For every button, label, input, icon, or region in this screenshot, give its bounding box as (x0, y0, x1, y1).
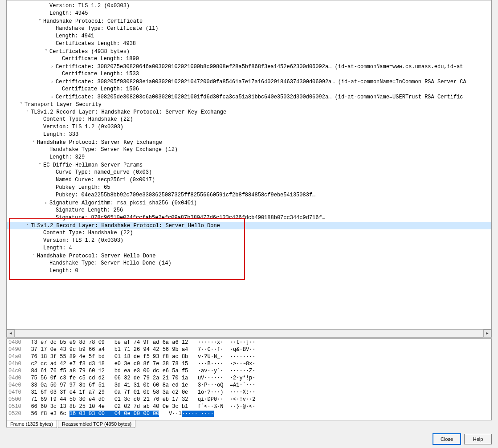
hex-row[interactable]: 0510 66 60 3c 13 8b 25 10 4e 02 02 7d ab… (7, 403, 491, 410)
hex-offset: 04a0 (8, 354, 31, 360)
scroll-right-icon[interactable]: ▶ (483, 330, 491, 338)
hex-ascii: V··l (169, 411, 182, 417)
hex-bytes: f3 e7 dc b5 e9 8d 78 09 be af 74 9f ad 6… (31, 339, 188, 346)
tree-row[interactable]: Handshake Type: Server Hello Done (14) (7, 260, 491, 267)
tree-row[interactable]: ˅EC Diffie-Hellman Server Params (7, 161, 491, 169)
hex-offset: 0510 (8, 403, 31, 410)
tree-row[interactable]: Pubkey Length: 65 (7, 184, 491, 191)
chevron-down-icon[interactable]: ˅ (24, 222, 30, 229)
tree-row[interactable]: Certificate Length: 1533 (7, 70, 491, 78)
tree-row-label: Certificate Length: 1506 (62, 86, 139, 92)
hex-row[interactable]: 04e0 33 0a 50 97 97 8b 6f 51 3d 41 31 0b… (7, 382, 491, 389)
hex-row[interactable]: 04c0 84 61 76 f5 a8 79 60 12 bd ea e3 00… (7, 367, 491, 375)
tree-row[interactable]: Signature Length: 256 (7, 207, 491, 214)
dialog-button-row: Close Help (433, 434, 492, 444)
tree-row[interactable]: ˅TLSv1.2 Record Layer: Handshake Protoco… (7, 222, 491, 229)
tree-row-label: Handshake Protocol: Server Key Exchange (37, 139, 162, 146)
hex-offset: 0490 (8, 346, 31, 353)
tree-row[interactable]: Pubkey: 04ea2255b8bb92c709e3303625087325… (7, 191, 491, 199)
tree-row-label: Version: TLS 1.2 (0x0303) (43, 124, 123, 130)
bytes-tab[interactable]: Frame (1325 bytes) (6, 420, 57, 428)
tree-row-label: Handshake Type: Server Key Exchange (12) (49, 147, 178, 153)
tree-row[interactable]: Length: 4941 (7, 33, 491, 40)
tree-row[interactable]: ˅Certificates (4938 bytes) (7, 48, 491, 55)
tree-row[interactable]: ˅Handshake Protocol: Server Key Exchange (7, 138, 491, 146)
chevron-down-icon[interactable]: ˅ (43, 48, 49, 55)
tree-row[interactable]: ›Signature Algorithm: rsa_pkcs1_sha256 (… (7, 199, 491, 207)
tree-row-label: Certificate: 3082075e30820646a0030201020… (56, 64, 463, 70)
chevron-right-icon[interactable]: › (49, 93, 55, 101)
hex-ascii: ···B···· ·>··~8x· (198, 361, 256, 367)
tree-horizontal-scrollbar[interactable]: ◀ ▶ (6, 330, 492, 338)
tree-row-label: Content Type: Handshake (22) (43, 116, 133, 122)
tree-row[interactable]: ˅TLSv1.2 Record Layer: Handshake Protoco… (7, 108, 491, 116)
chevron-down-icon[interactable]: ˅ (31, 252, 36, 260)
chevron-right-icon[interactable]: › (49, 63, 55, 70)
tree-row[interactable]: Content Type: Handshake (22) (7, 116, 491, 123)
tree-row-label: Length: 4945 (49, 10, 88, 16)
hex-row[interactable]: 0520 56 f8 e3 6c 16 03 03 00 04 0e 00 00… (7, 410, 491, 417)
hex-bytes: 84 61 76 f5 a8 79 60 12 bd ea e3 00 dc e… (31, 368, 188, 374)
tree-row[interactable]: ˅Transport Layer Security (7, 101, 491, 108)
bytes-tab[interactable]: Reassembled TCP (4950 bytes) (58, 420, 135, 428)
hex-row[interactable]: 04a0 76 18 3f 55 89 4e 5f bd 01 18 de f5… (7, 353, 491, 360)
tree-row-label: Handshake Protocol: Certificate (43, 18, 143, 24)
tree-row-label: Handshake Protocol: Server Hello Done (37, 253, 155, 259)
tree-row[interactable]: Length: 333 (7, 131, 491, 138)
chevron-down-icon[interactable]: ˅ (18, 101, 24, 108)
tree-row-label: Signature Algorithm: rsa_pkcs1_sha256 (0… (49, 200, 197, 206)
help-button[interactable]: Help (464, 434, 492, 444)
tree-row[interactable]: Certificates Length: 4938 (7, 40, 491, 48)
tree-row[interactable]: Length: 4945 (7, 10, 491, 17)
hex-ascii: 1o·?···) ····X:·· (198, 389, 256, 395)
hex-offset: 04d0 (8, 375, 31, 381)
hex-bytes: 56 f8 e3 6c (31, 411, 69, 417)
tree-row[interactable]: Curve Type: named_curve (0x03) (7, 169, 491, 176)
hex-bytes: 66 60 3c 13 8b 25 10 4e 02 02 7d ab 40 0… (31, 403, 188, 410)
tree-row[interactable]: Named Curve: secp256r1 (0x0017) (7, 176, 491, 184)
tree-row[interactable]: Length: 4 (7, 244, 491, 252)
tree-row-label: Signature: 878c96510e024fccfab5e2efc09a8… (56, 215, 325, 221)
tree-row[interactable]: Signature: 878c96510e024fccfab5e2efc09a8… (7, 214, 491, 222)
hex-ascii: v·?U·N_· ········ (198, 354, 256, 360)
hex-row[interactable]: 0500 71 69 f9 44 50 30 e4 d0 01 3c c0 21… (7, 396, 491, 403)
chevron-right-icon[interactable]: › (49, 78, 55, 86)
tree-row-label: EC Diffie-Hellman Server Params (43, 162, 143, 168)
hex-row[interactable]: 04b0 c2 cc ad 42 e7 f8 d3 18 e0 3e c0 8f… (7, 360, 491, 367)
hex-row[interactable]: 04f0 31 6f 03 3f e4 1f a7 29 0a 7f 01 0b… (7, 389, 491, 396)
tree-row-label: Content Type: Handshake (22) (43, 230, 133, 236)
tree-row-label: TLSv1.2 Record Layer: Handshake Protocol… (31, 109, 226, 115)
tree-row[interactable]: Version: TLS 1.2 (0x0303) (7, 2, 491, 10)
tree-row[interactable]: ˅Handshake Protocol: Certificate (7, 17, 491, 25)
hex-row[interactable]: 0480 f3 e7 dc b5 e9 8d 78 09 be af 74 9f… (7, 339, 491, 346)
tree-row[interactable]: Handshake Type: Server Key Exchange (12) (7, 146, 491, 154)
tree-row[interactable]: ˅Handshake Protocol: Server Hello Done (7, 252, 491, 260)
tree-row[interactable]: Version: TLS 1.2 (0x0303) (7, 237, 491, 244)
hex-offset: 0520 (8, 411, 31, 417)
hex-row[interactable]: 04d0 75 56 0f c3 fe c5 cd d2 06 32 de 79… (7, 375, 491, 382)
chevron-right-icon[interactable]: › (43, 199, 49, 207)
chevron-down-icon[interactable]: ˅ (24, 108, 30, 116)
chevron-down-icon[interactable]: ˅ (37, 161, 42, 169)
scroll-left-icon[interactable]: ◀ (7, 330, 15, 338)
tree-row[interactable]: Certificate Length: 1506 (7, 86, 491, 93)
tree-row[interactable]: Content Type: Handshake (22) (7, 229, 491, 237)
hex-offset: 04b0 (8, 361, 31, 367)
tree-row-label: Transport Layer Security (24, 102, 102, 108)
chevron-down-icon[interactable]: ˅ (37, 17, 42, 25)
tree-row[interactable]: ›Certificate: 3082075e30820646a003020102… (7, 63, 491, 70)
tree-row[interactable]: ›Certificate: 308205de308203c6a003020102… (7, 93, 491, 101)
tree-row-label: Certificate Length: 1533 (62, 71, 139, 77)
tree-row-label: Pubkey Length: 65 (56, 184, 110, 191)
packet-bytes-hex[interactable]: 0480 f3 e7 dc b5 e9 8d 78 09 be af 74 9f… (6, 338, 492, 420)
tree-row[interactable]: Length: 0 (7, 267, 491, 275)
packet-details-tree[interactable]: Version: TLS 1.2 (0x0303)Length: 4945˅Ha… (6, 0, 492, 330)
tree-row[interactable]: Version: TLS 1.2 (0x0303) (7, 123, 491, 131)
tree-row[interactable]: Handshake Type: Certificate (11) (7, 25, 491, 33)
hex-row[interactable]: 0490 37 17 0e 43 9c b9 66 a4 b1 71 26 94… (7, 346, 491, 353)
tree-row[interactable]: Length: 329 (7, 154, 491, 161)
close-button[interactable]: Close (433, 434, 461, 444)
tree-row[interactable]: Certificate Length: 1890 (7, 55, 491, 63)
tree-row[interactable]: ›Certificate: 308205f9308203e1a003020102… (7, 78, 491, 86)
chevron-down-icon[interactable]: ˅ (31, 138, 36, 146)
